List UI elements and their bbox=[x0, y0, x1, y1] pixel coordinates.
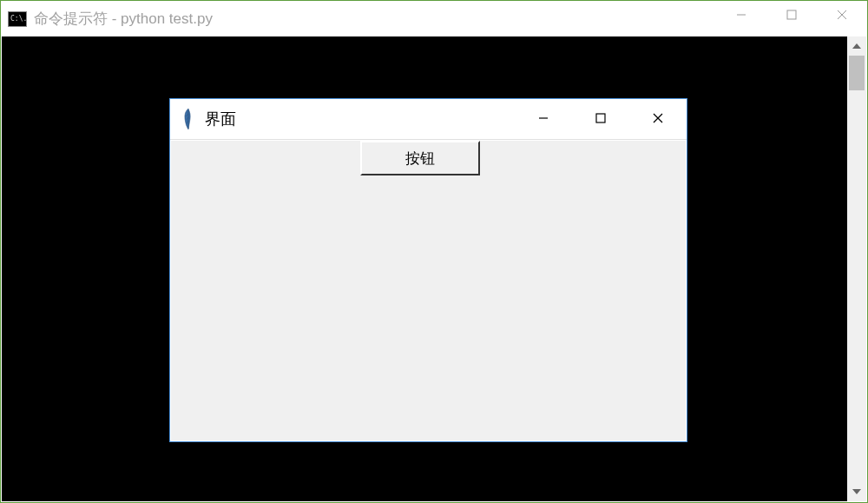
maximize-button[interactable] bbox=[766, 1, 817, 28]
scroll-up-button[interactable] bbox=[847, 36, 866, 56]
tkinter-feather-icon bbox=[181, 107, 196, 131]
tkinter-client-area: 按钮 bbox=[171, 141, 686, 440]
svg-rect-9 bbox=[596, 114, 605, 122]
minimize-button[interactable] bbox=[716, 1, 766, 28]
inner-maximize-button[interactable] bbox=[572, 99, 629, 137]
close-button[interactable] bbox=[817, 1, 867, 28]
inner-window-controls bbox=[515, 99, 687, 140]
inner-window-title: 界面 bbox=[205, 109, 236, 129]
command-prompt-window: C:\. 命令提示符 - python test.py bbox=[0, 0, 868, 503]
outer-window-controls bbox=[716, 1, 867, 36]
inner-minimize-button[interactable] bbox=[515, 99, 572, 137]
outer-window-title: 命令提示符 - python test.py bbox=[34, 9, 213, 29]
tkinter-window: 界面 按钮 bbox=[169, 98, 687, 442]
svg-rect-1 bbox=[787, 10, 796, 19]
cmd-icon: C:\. bbox=[8, 11, 27, 27]
action-button[interactable]: 按钮 bbox=[360, 141, 480, 175]
outer-titlebar[interactable]: C:\. 命令提示符 - python test.py bbox=[1, 1, 867, 36]
scroll-down-button[interactable] bbox=[847, 482, 866, 501]
command-prompt-client-area: 界面 按钮 bbox=[2, 36, 847, 501]
scroll-thumb[interactable] bbox=[849, 56, 865, 90]
vertical-scrollbar[interactable] bbox=[847, 36, 866, 501]
inner-close-button[interactable] bbox=[629, 99, 687, 137]
inner-titlebar[interactable]: 界面 bbox=[170, 99, 687, 140]
